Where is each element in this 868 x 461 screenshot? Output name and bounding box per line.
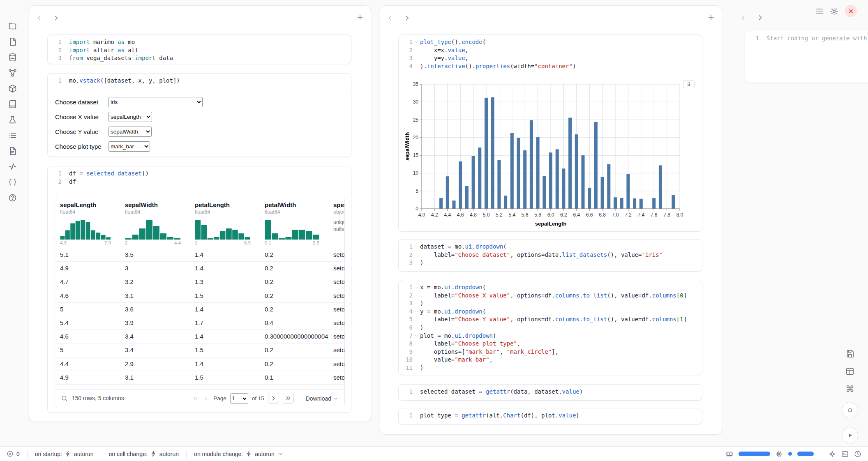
fold-icon[interactable] (413, 38, 420, 46)
code-line[interactable]: 5 label="Choose Y value", options=df.col… (401, 316, 698, 324)
table-row[interactable]: 4.73.21.30.2setosa (55, 275, 344, 289)
cell-dataset-dropdown[interactable]: 1dataset = mo.ui.dropdown(2 label="Choos… (398, 239, 702, 272)
terminal-icon[interactable] (841, 450, 849, 458)
code-line[interactable]: 3 y=y.value, (401, 54, 698, 62)
code-line[interactable]: 7plot = mo.ui.dropdown( (401, 332, 698, 340)
table-row[interactable]: 53.61.40.2setosa (55, 303, 344, 316)
code-line[interactable]: 1mo.vstack([dataset, x, y, plot]) (50, 77, 347, 85)
sparkle-icon[interactable] (829, 450, 836, 458)
choose-plot-type-select[interactable]: mark_bar (108, 141, 150, 152)
keyboard-shortcuts-button[interactable]: ⌘ (846, 385, 854, 393)
cell-selected-dataset[interactable]: 1selected_dataset = getattr(data, datase… (398, 384, 702, 401)
shutdown-button[interactable] (845, 5, 857, 17)
code-line[interactable]: 2 label="Choose X value", options=df.col… (401, 292, 698, 300)
code-line[interactable]: 4y = mo.ui.dropdown( (401, 308, 698, 316)
search-icon[interactable] (61, 395, 68, 402)
code-line[interactable]: 3from vega_datasets import data (50, 54, 347, 62)
code-line[interactable]: 1x = mo.ui.dropdown( (401, 284, 698, 292)
settings-button[interactable] (830, 7, 838, 16)
choose-y-select[interactable]: sepalWidth (108, 127, 152, 137)
next-page-button[interactable] (268, 393, 279, 404)
autorun-setting[interactable]: on cell change:autorun (108, 451, 179, 457)
tracing-icon[interactable] (7, 162, 17, 171)
choose-x-select[interactable]: sepalLength (108, 112, 152, 122)
cell-imports[interactable]: 1import marimo as mo2import altair as al… (47, 35, 351, 64)
page-select[interactable]: 1 (230, 393, 248, 404)
run-all-button[interactable] (842, 427, 858, 443)
column-next-button[interactable] (52, 14, 60, 22)
code-line[interactable]: 1plot_type().encode( (401, 38, 698, 46)
code-line[interactable]: 8 label="Choose plot type", (401, 340, 698, 348)
cell-plot-type[interactable]: 1plot_type = getattr(alt.Chart(df), plot… (398, 408, 702, 424)
column-next-button[interactable] (756, 14, 764, 22)
column-header[interactable]: petalLengthfloat6416.9 (190, 197, 260, 248)
cell-dataframe[interactable]: 1df = selected_dataset()2df sepalLengthf… (47, 166, 351, 413)
table-row[interactable]: 4.931.40.2setosa (55, 262, 344, 275)
cell-empty[interactable]: 1 Start coding or generate with AI (745, 31, 868, 83)
table-row[interactable]: 53.41.50.2setosa (55, 343, 344, 357)
packages-icon[interactable] (7, 84, 17, 93)
code-line[interactable]: 3) (401, 300, 698, 308)
first-page-button[interactable] (192, 395, 199, 402)
code-line[interactable]: 1dataset = mo.ui.dropdown( (401, 243, 698, 251)
autorun-setting[interactable]: on startup:autorun (35, 451, 94, 457)
code-line[interactable]: 2df (50, 178, 347, 186)
outline-icon[interactable] (7, 131, 17, 140)
code-line[interactable]: 1selected_dataset = getattr(data, datase… (401, 388, 698, 396)
column-header[interactable]: petalWidthfloat640.12.5 (260, 197, 328, 248)
column-prev-button[interactable] (739, 14, 747, 22)
fold-icon[interactable] (413, 308, 420, 316)
layout-toggle-button[interactable] (845, 367, 854, 376)
table-row[interactable]: 4.63.11.50.2setosa (55, 289, 344, 303)
code-line[interactable]: 2 label="Choose dataset", options=data.l… (401, 251, 698, 259)
code-line[interactable]: 2 x=x.value, (401, 46, 698, 55)
code-line[interactable]: 9 options=["mark_bar", "mark_circle"], (401, 348, 698, 356)
table-row[interactable]: 4.42.91.40.2setosa (55, 357, 344, 371)
column-prev-button[interactable] (386, 14, 394, 22)
code-line[interactable]: 1df = selected_dataset() (50, 170, 347, 178)
marimo-file-icon[interactable] (7, 37, 17, 46)
dependencies-icon[interactable] (7, 68, 17, 77)
documentation-icon[interactable] (7, 99, 17, 108)
cell-vstack[interactable]: 1mo.vstack([dataset, x, y, plot]) Choose… (47, 73, 351, 157)
column-header[interactable]: sepalLengthfloat644.37.9 (55, 197, 120, 248)
code-line[interactable]: 2import altair as alt (50, 46, 347, 55)
column-next-button[interactable] (403, 14, 411, 22)
column-header[interactable]: speciesobjectunique:nulls: (328, 197, 344, 248)
column-prev-button[interactable] (35, 14, 43, 22)
files-icon[interactable] (7, 21, 17, 30)
table-row[interactable]: 4.93.11.50.1setosa (55, 371, 344, 385)
code-line[interactable]: 1import marimo as mo (50, 38, 347, 46)
table-row[interactable]: 4.63.41.40.30000000000000004setosa (55, 330, 344, 343)
errors-indicator[interactable]: 0 (7, 450, 20, 457)
cell-xy-plot-dropdowns[interactable]: 1x = mo.ui.dropdown(2 label="Choose X va… (398, 280, 702, 375)
database-icon[interactable] (7, 53, 17, 62)
prev-page-button[interactable] (203, 395, 210, 402)
fold-icon[interactable] (413, 332, 420, 340)
fold-icon[interactable] (413, 243, 420, 251)
column-header[interactable]: sepalWidthfloat6424.4 (120, 197, 190, 248)
menu-button[interactable] (815, 7, 824, 15)
last-page-button[interactable] (283, 393, 294, 404)
code-line[interactable]: 10 value="mark_bar", (401, 356, 698, 364)
help-icon[interactable] (7, 193, 17, 202)
code-line[interactable]: 3) (401, 259, 698, 267)
generate-link[interactable]: generate (822, 35, 850, 41)
editor-placeholder[interactable]: Start coding or generate with AI (766, 35, 868, 43)
add-cell-button[interactable] (356, 13, 364, 21)
code-line[interactable]: 6) (401, 324, 698, 332)
download-button[interactable]: Download (306, 395, 339, 402)
snippets-icon[interactable] (7, 177, 17, 187)
code-line[interactable]: 4).interactive().properties(width="conta… (401, 62, 698, 71)
beaker-icon[interactable] (7, 115, 17, 124)
autorun-setting[interactable]: on module change:autorun (194, 451, 283, 457)
save-button[interactable] (845, 349, 854, 358)
altair-chart-output[interactable]: 051015202530354.04.24.44.64.85.05.25.45.… (404, 78, 692, 228)
code-line[interactable]: 1plot_type = getattr(alt.Chart(df), plot… (401, 412, 698, 420)
code-line[interactable]: 11) (401, 364, 698, 372)
chart-menu-button[interactable] (683, 80, 695, 88)
choose-dataset-select[interactable]: iris (108, 97, 203, 107)
add-cell-button[interactable] (707, 13, 715, 21)
interrupt-button[interactable] (842, 402, 858, 418)
clock-icon[interactable] (854, 450, 861, 458)
